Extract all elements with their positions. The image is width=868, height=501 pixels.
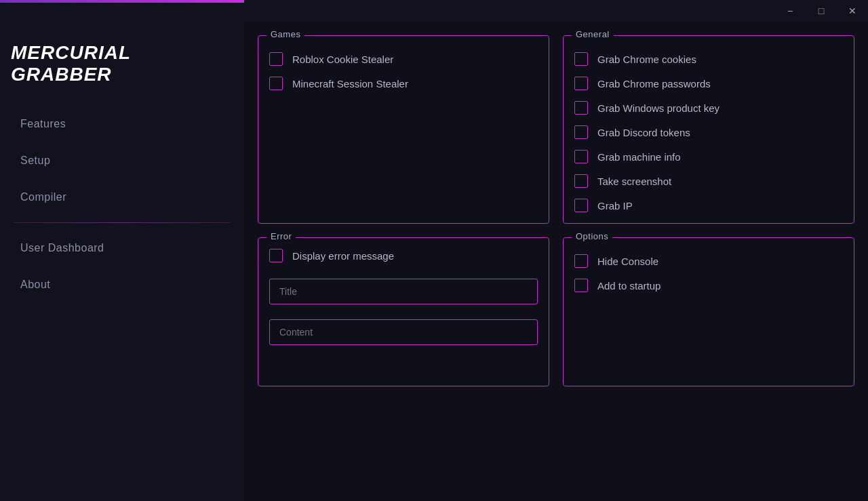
error-panel-title: Error (267, 231, 296, 241)
display-error-message-label: Display error message (292, 250, 394, 262)
grab-chrome-cookies-item: Grab Chrome cookies (574, 52, 843, 66)
grab-machine-info-item: Grab machine info (574, 150, 843, 163)
add-to-startup-label: Add to startup (597, 280, 660, 292)
sidebar-item-compiler[interactable]: Compiler (0, 179, 244, 216)
hide-console-item: Hide Console (574, 254, 843, 268)
options-panel: Options Hide Console Add to startup (563, 237, 854, 386)
roblox-cookie-stealer-item: Roblox Cookie Stealer (269, 52, 538, 66)
title-bar-controls: − □ ✕ (774, 0, 868, 22)
main-content: Games Roblox Cookie Stealer Minecraft Se… (244, 22, 868, 501)
grab-ip-checkbox[interactable] (574, 199, 588, 212)
minimize-button[interactable]: − (774, 0, 806, 22)
add-to-startup-item: Add to startup (574, 279, 843, 292)
sidebar-item-user-dashboard[interactable]: User Dashboard (0, 230, 244, 266)
grab-chrome-cookies-label: Grab Chrome cookies (597, 54, 696, 65)
error-content-input[interactable] (269, 319, 538, 345)
app-title: MERCURIAL GRABBER (0, 35, 244, 106)
minecraft-session-stealer-checkbox[interactable] (269, 77, 283, 90)
general-panel-title: General (572, 29, 614, 39)
grab-machine-info-label: Grab machine info (597, 151, 681, 163)
general-panel: General Grab Chrome cookies Grab Chrome … (563, 35, 854, 224)
minecraft-session-stealer-label: Minecraft Session Stealer (292, 78, 408, 89)
grab-chrome-cookies-checkbox[interactable] (574, 52, 588, 66)
options-panel-title: Options (572, 231, 612, 241)
display-error-message-item: Display error message (269, 249, 538, 262)
grab-windows-product-key-item: Grab Windows product key (574, 101, 843, 115)
games-panel-title: Games (267, 29, 304, 39)
grab-ip-item: Grab IP (574, 199, 843, 212)
title-bar: − □ ✕ (0, 0, 868, 22)
minecraft-session-stealer-item: Minecraft Session Stealer (269, 77, 538, 90)
games-panel: Games Roblox Cookie Stealer Minecraft Se… (258, 35, 549, 224)
grab-discord-tokens-label: Grab Discord tokens (597, 127, 690, 138)
add-to-startup-checkbox[interactable] (574, 279, 588, 292)
grab-chrome-passwords-label: Grab Chrome passwords (597, 78, 711, 89)
grab-windows-product-key-label: Grab Windows product key (597, 102, 719, 114)
sidebar-item-setup[interactable]: Setup (0, 142, 244, 179)
grab-discord-tokens-checkbox[interactable] (574, 125, 588, 139)
title-bar-accent (0, 0, 244, 3)
grab-chrome-passwords-item: Grab Chrome passwords (574, 77, 843, 90)
games-items: Roblox Cookie Stealer Minecraft Session … (269, 52, 538, 90)
maximize-button[interactable]: □ (806, 0, 837, 22)
sidebar: MERCURIAL GRABBER Features Setup Compile… (0, 22, 244, 501)
take-screenshot-checkbox[interactable] (574, 174, 588, 188)
hide-console-label: Hide Console (597, 256, 658, 267)
take-screenshot-label: Take screenshot (597, 176, 671, 187)
grab-discord-tokens-item: Grab Discord tokens (574, 125, 843, 139)
hide-console-checkbox[interactable] (574, 254, 588, 268)
grab-chrome-passwords-checkbox[interactable] (574, 77, 588, 90)
error-title-input[interactable] (269, 279, 538, 304)
error-panel: Error Display error message (258, 237, 549, 386)
general-items: Grab Chrome cookies Grab Chrome password… (574, 52, 843, 212)
sidebar-item-about[interactable]: About (0, 266, 244, 303)
grab-windows-product-key-checkbox[interactable] (574, 101, 588, 115)
grab-machine-info-checkbox[interactable] (574, 150, 588, 163)
nav-items: Features Setup Compiler User Dashboard A… (0, 106, 244, 487)
grab-ip-label: Grab IP (597, 200, 633, 212)
app-container: MERCURIAL GRABBER Features Setup Compile… (0, 22, 868, 501)
options-items: Hide Console Add to startup (574, 254, 843, 292)
roblox-cookie-stealer-label: Roblox Cookie Stealer (292, 54, 393, 65)
nav-divider (14, 222, 231, 223)
close-button[interactable]: ✕ (837, 0, 868, 22)
take-screenshot-item: Take screenshot (574, 174, 843, 188)
display-error-message-checkbox[interactable] (269, 249, 283, 262)
error-content: Display error message (269, 249, 538, 345)
sidebar-item-features[interactable]: Features (0, 106, 244, 142)
roblox-cookie-stealer-checkbox[interactable] (269, 52, 283, 66)
